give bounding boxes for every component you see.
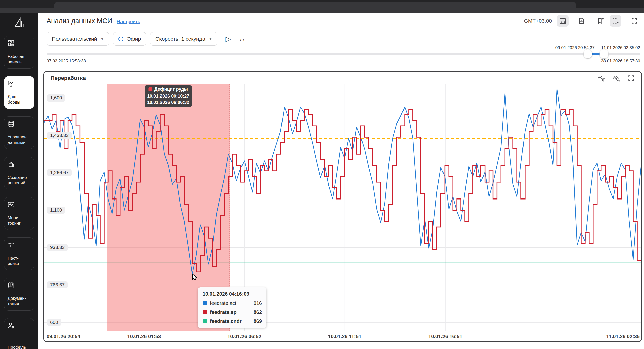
sidebar-item-dashboards[interactable]: Даш- борды bbox=[4, 76, 34, 109]
preset-dropdown[interactable]: Пользовательский ▼ bbox=[47, 32, 109, 46]
series-name: feedrate.sp bbox=[210, 309, 251, 315]
documentation-book-icon bbox=[8, 285, 15, 289]
live-button-label: Эфир bbox=[127, 36, 141, 42]
range-start-label: 07.02.2025 15:58:38 bbox=[47, 59, 86, 64]
series-value: 862 bbox=[254, 309, 262, 315]
x-axis-label: 10.01.26 11:51 bbox=[328, 334, 361, 339]
sidebar: Рабочая панель Даш- борды Управлен... да… bbox=[0, 13, 38, 349]
sidebar-item-label: Управлен... данными bbox=[8, 134, 31, 145]
sidebar-item-label: Рабочая панель bbox=[8, 54, 31, 65]
controls-row: Пользовательский ▼ Эфир Скорость: 1 секу… bbox=[47, 32, 246, 46]
configure-link[interactable]: Настроить bbox=[117, 19, 140, 24]
chevron-down-icon: ▼ bbox=[100, 37, 104, 41]
sidebar-item-label: Даш- борды bbox=[8, 94, 31, 105]
x-axis: 09.01.26 20:5410.01.26 01:5310.01.26 06:… bbox=[44, 331, 641, 341]
solutions-puzzle-icon bbox=[8, 164, 15, 169]
range-end-label: 28.01.2026 18:57:30 bbox=[601, 59, 640, 64]
tooltip-row: feedrate.cndr 869 bbox=[203, 318, 262, 324]
live-status-icon bbox=[118, 37, 123, 41]
preset-dropdown-value: Пользовательский bbox=[52, 36, 97, 42]
settings-sliders-icon bbox=[8, 245, 15, 249]
speed-dropdown[interactable]: Скорость: 1 секунда ▼ bbox=[150, 32, 217, 46]
expand-range-button[interactable]: ↔ bbox=[238, 35, 246, 43]
chart-panel: Переработка 1,6001,433.331,266 bbox=[43, 71, 642, 342]
series-color-swatch bbox=[203, 301, 207, 305]
x-axis-label: 11.01.26 02:35 bbox=[606, 334, 640, 339]
speed-dropdown-value: Скорость: 1 секунда bbox=[155, 36, 205, 42]
series-value: 869 bbox=[254, 318, 262, 324]
annotation-end-time: 10.01.2026 06:06:32 bbox=[147, 100, 189, 105]
chevron-down-icon: ▼ bbox=[209, 37, 212, 41]
panel-fullscreen-icon[interactable] bbox=[628, 75, 635, 82]
dashboards-icon bbox=[8, 84, 15, 88]
divider bbox=[572, 16, 572, 26]
chart-panel-icons bbox=[597, 74, 635, 82]
chart-panel-title: Переработка bbox=[51, 75, 86, 81]
selected-window-label: 09.01.2026 20:54:37 — 11.01.2026 02:35:0… bbox=[555, 45, 640, 51]
sidebar-item-workspace[interactable]: Рабочая панель bbox=[4, 36, 34, 69]
page-title: Анализ данных МСИ bbox=[47, 17, 112, 25]
sidebar-item-label: Мони- торинг bbox=[8, 215, 31, 226]
sidebar-item-monitoring[interactable]: Мони- торинг bbox=[4, 197, 34, 230]
chart-tooltip: 10.01.2026 04:16:09 feedrate.act 816 fee… bbox=[198, 287, 266, 328]
profile-icon bbox=[8, 326, 15, 330]
main-content: Анализ данных МСИ Настроить GMT+03:00 bbox=[38, 13, 644, 349]
timeline-handle-end[interactable] bbox=[600, 49, 609, 58]
chart-canvas bbox=[44, 84, 641, 331]
divider bbox=[591, 16, 591, 26]
title-row: Анализ данных МСИ Настроить bbox=[47, 17, 140, 25]
sidebar-item-label: Создание решений bbox=[8, 175, 31, 186]
series-name: feedrate.cndr bbox=[210, 318, 251, 324]
live-button[interactable]: Эфир bbox=[113, 32, 146, 46]
database-icon bbox=[8, 124, 15, 128]
x-axis-label: 09.01.26 20:54 bbox=[47, 334, 80, 339]
x-axis-label: 10.01.26 01:53 bbox=[127, 334, 161, 339]
timeline-scrubber[interactable] bbox=[47, 53, 640, 55]
sidebar-item-solutions[interactable]: Создание решений bbox=[4, 157, 34, 190]
series-zoom-icon[interactable] bbox=[613, 74, 620, 82]
calendar-range-icon[interactable] bbox=[557, 15, 569, 27]
sidebar-item-label: Наст- ройки bbox=[8, 256, 31, 267]
sidebar-item-documentation[interactable]: Докумен- тация bbox=[4, 278, 34, 311]
fullscreen-icon[interactable] bbox=[629, 15, 640, 27]
app-logo bbox=[14, 17, 25, 28]
sidebar-item-label: Профиль bbox=[8, 345, 31, 349]
series-name: feedrate.act bbox=[210, 300, 251, 306]
header-actions: GMT+03:00 bbox=[524, 15, 640, 27]
sidebar-item-label: Докумен- тация bbox=[8, 296, 31, 307]
report-icon[interactable] bbox=[576, 15, 587, 27]
chart-panel-header: Переработка bbox=[44, 72, 641, 84]
tooltip-timestamp: 10.01.2026 04:16:09 bbox=[203, 291, 262, 297]
series-color-swatch bbox=[203, 319, 207, 323]
bookmark-add-icon[interactable] bbox=[595, 15, 606, 27]
sidebar-item-settings[interactable]: Наст- ройки bbox=[4, 237, 34, 270]
series-filter-icon[interactable] bbox=[597, 74, 605, 82]
annotation-color-swatch bbox=[149, 87, 152, 91]
annotation-label[interactable]: Дефицит руды 10.01.2026 00:10:27 10.01.2… bbox=[145, 85, 192, 107]
workspace-grid-icon bbox=[8, 43, 15, 47]
annotation-start-time: 10.01.2026 00:10:27 bbox=[147, 94, 189, 99]
window-chrome bbox=[0, 0, 644, 13]
timezone-label: GMT+03:00 bbox=[524, 18, 552, 24]
timeline-handle-start[interactable] bbox=[584, 49, 592, 58]
monitoring-icon bbox=[8, 205, 15, 209]
sidebar-item-data-management[interactable]: Управлен... данными bbox=[4, 116, 34, 149]
window-toolbar-strip bbox=[0, 8, 644, 13]
tooltip-row: feedrate.act 816 bbox=[203, 300, 262, 306]
x-axis-label: 10.01.26 06:52 bbox=[227, 334, 261, 339]
annotation-title: Дефицит руды bbox=[154, 87, 188, 92]
series-value: 816 bbox=[254, 300, 262, 306]
chart-plot-area[interactable]: 1,6001,433.331,266.671,100933.33766.6760… bbox=[44, 84, 641, 331]
region-select-icon[interactable] bbox=[610, 15, 621, 27]
play-button[interactable]: ▷ bbox=[225, 35, 231, 43]
sidebar-item-profile[interactable]: Профиль bbox=[4, 318, 34, 349]
tooltip-row: feedrate.sp 862 bbox=[203, 309, 262, 315]
series-color-swatch bbox=[203, 310, 207, 314]
divider bbox=[625, 16, 625, 26]
x-axis-label: 10.01.26 16:51 bbox=[428, 334, 462, 339]
